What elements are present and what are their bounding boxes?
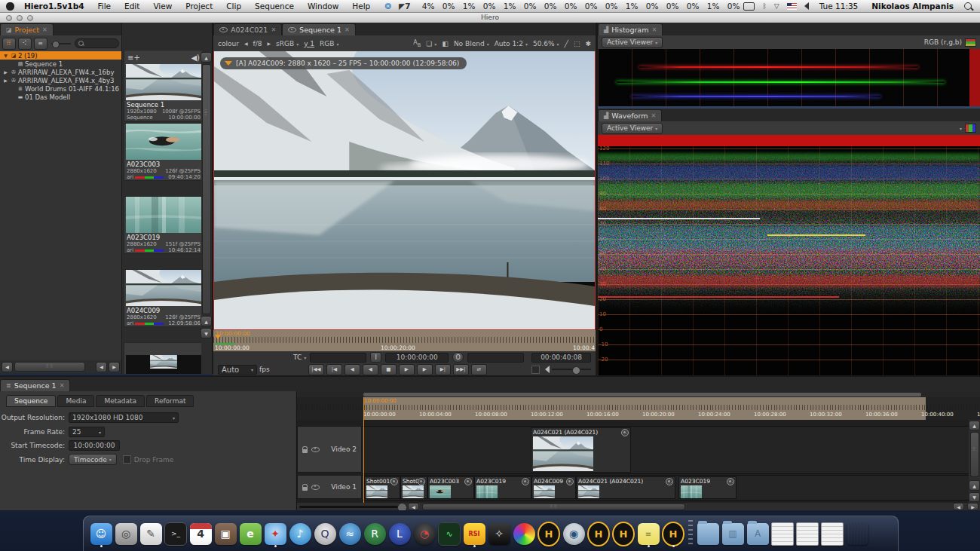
menu-edit[interactable]: Edit bbox=[118, 2, 146, 11]
photo-booth-icon[interactable]: ▣ bbox=[215, 523, 237, 545]
tab-metadata[interactable]: Metadata bbox=[96, 395, 145, 407]
rgb-parade-icon[interactable] bbox=[965, 124, 976, 133]
wifi-menu-icon[interactable]: ▽ bbox=[774, 2, 779, 10]
menu-help[interactable]: Help bbox=[345, 2, 377, 11]
menu-view[interactable]: View bbox=[146, 2, 179, 11]
tree-item[interactable]: ▼◪2 (19) bbox=[0, 51, 121, 60]
histogram-source-select[interactable]: Active Viewer▾ bbox=[602, 37, 663, 48]
scroll-down-icon[interactable]: ▼ bbox=[969, 492, 980, 502]
timeline-clip[interactable]: A024C009 bbox=[531, 476, 576, 499]
dock-item-terminal[interactable]: >_ bbox=[164, 521, 187, 546]
dock-item-rsi-guard[interactable]: RSI bbox=[463, 521, 485, 546]
dock-item-photo-booth[interactable]: ▣ bbox=[214, 521, 237, 546]
dock-item-hiero[interactable]: H bbox=[537, 521, 560, 546]
ab-compare-icon[interactable]: AB bbox=[413, 39, 421, 48]
previous-edit-button[interactable]: |◀ bbox=[326, 364, 342, 375]
dock-item-textedit[interactable]: ✎ bbox=[139, 521, 162, 546]
app-green-r-icon[interactable]: R bbox=[364, 523, 386, 545]
dock-item-app-green-r[interactable]: R bbox=[363, 521, 386, 546]
output-resolution-select[interactable]: 1920x1080 HD 1080▾ bbox=[69, 412, 179, 423]
tab-histogram[interactable]: ▟ Histogram✕ bbox=[598, 23, 663, 35]
dock-item-lens-app[interactable]: ◉ bbox=[562, 521, 585, 546]
dock-item-minimized-window-3[interactable] bbox=[821, 521, 844, 546]
tab-media[interactable]: Media bbox=[57, 395, 94, 407]
timeline-ruler[interactable]: 10:00:00:0010:00:04:0010:00:08:0010:00:1… bbox=[297, 397, 980, 420]
play-button[interactable]: ▶ bbox=[399, 364, 415, 375]
dock-item-disk-utility[interactable]: ◎ bbox=[115, 521, 137, 546]
close-icon[interactable]: ✕ bbox=[651, 26, 657, 33]
go-to-end-button[interactable]: ▶▶| bbox=[453, 364, 469, 375]
openoffice-icon[interactable]: ≈ bbox=[339, 523, 361, 545]
dock-item-app-blue-l[interactable]: L bbox=[388, 521, 411, 546]
tab-sequence-1[interactable]: Sequence 1✕ bbox=[282, 23, 356, 35]
thumbnail-size-slider[interactable] bbox=[51, 43, 71, 44]
close-icon[interactable]: ✕ bbox=[60, 382, 65, 389]
menu-project[interactable]: Project bbox=[179, 2, 219, 11]
menu-sequence[interactable]: Sequence bbox=[248, 2, 301, 11]
rsi-guard-icon[interactable]: RSI bbox=[464, 523, 485, 545]
timeline-clip[interactable]: A024C021 (A024C021) bbox=[531, 427, 631, 473]
tab-reformat[interactable]: Reformat bbox=[146, 395, 194, 407]
blend-mode-select[interactable]: No Blend▾ bbox=[454, 40, 489, 47]
trash-icon[interactable] bbox=[847, 523, 868, 545]
settings-gear-icon[interactable]: ✱ bbox=[585, 40, 591, 47]
dock-item-evernote[interactable]: e bbox=[239, 521, 262, 546]
timeline-playhead[interactable] bbox=[363, 397, 364, 503]
evernote-icon[interactable]: e bbox=[240, 523, 262, 545]
close-icon[interactable]: ✕ bbox=[345, 26, 350, 33]
dock-item-itunes[interactable]: ♪ bbox=[289, 521, 311, 546]
project-horizontal-scrollbar[interactable]: ◀ ⠿⠿ ◀ ▶ bbox=[0, 360, 121, 373]
bin-item[interactable]: ≡+◀)Sequence 11920x10801008f @25FPSSeque… bbox=[124, 50, 204, 121]
scroll-up-icon[interactable]: ▲ bbox=[201, 316, 212, 326]
tree-item[interactable]: ▤Sequence 1 bbox=[0, 60, 121, 68]
dock-item-minimized-window-1[interactable] bbox=[771, 521, 794, 546]
displays-menu-icon[interactable] bbox=[743, 2, 755, 11]
tree-item[interactable]: ≣World Drums 01-AIFF 44.1:16 bbox=[0, 84, 121, 93]
fps-select[interactable]: Auto▾ bbox=[218, 365, 257, 375]
gamma-value[interactable]: y 1 bbox=[304, 40, 314, 47]
close-icon[interactable]: ✕ bbox=[42, 26, 47, 33]
track-video2[interactable]: A024C021 (A024C021) bbox=[362, 426, 969, 474]
in-point-field[interactable] bbox=[310, 353, 366, 363]
hiero-icon[interactable]: H bbox=[537, 522, 560, 546]
scroll-left-icon[interactable]: ◀ bbox=[953, 503, 964, 510]
poster-frame-icon[interactable]: ≡+ bbox=[127, 54, 140, 62]
waveform-mode-select[interactable]: ▾ bbox=[960, 126, 962, 131]
dock-item-folder-applications[interactable]: A bbox=[746, 521, 769, 546]
scroll-up-icon[interactable]: ▲ bbox=[201, 52, 212, 63]
dock-item-stickies[interactable]: ≡ bbox=[637, 521, 660, 546]
sample-eyedropper-icon[interactable]: ╱ bbox=[565, 40, 568, 47]
user-menu[interactable]: Nikolaos Almpanis bbox=[865, 2, 960, 11]
app-menu[interactable]: Hiero1.5v1b4 bbox=[17, 2, 90, 11]
dock-item-dashboard[interactable]: ◔ bbox=[413, 521, 436, 546]
scroll-left-icon[interactable]: ◀ bbox=[96, 362, 107, 372]
dock-item-minimized-window-2[interactable] bbox=[796, 521, 819, 546]
rgb-mode-icon[interactable] bbox=[965, 38, 976, 47]
dock-item-hiero-player[interactable]: H bbox=[612, 521, 635, 546]
scrollbar-thumb[interactable]: ⠿⠿ bbox=[14, 362, 85, 372]
tree-item[interactable]: ▶✇ARRIRAW_ALEXA_FW4.x_16by bbox=[0, 68, 121, 76]
timeline-clip[interactable]: Shot0010 bbox=[364, 476, 400, 499]
dock-item-trash[interactable] bbox=[846, 521, 868, 546]
go-to-start-button[interactable]: |◀◀ bbox=[308, 364, 324, 375]
track-video1[interactable]: Shot0010Shot00A023C003A023C019A024C009A0… bbox=[362, 475, 969, 500]
bin-item[interactable] bbox=[124, 342, 204, 374]
app-blue-l-icon[interactable]: L bbox=[389, 523, 411, 545]
window-titlebar[interactable]: Hiero bbox=[0, 13, 980, 23]
loop-mode-button[interactable]: ⇄ bbox=[471, 364, 487, 375]
lens-app-icon[interactable]: ◉ bbox=[563, 523, 585, 545]
frame-rate-select[interactable]: 25▾ bbox=[69, 427, 105, 437]
time-display-select[interactable]: Timecode▾ bbox=[69, 454, 117, 465]
cpu-meter-icon[interactable]: ◤7 bbox=[399, 2, 410, 11]
folder-documents-icon[interactable] bbox=[697, 523, 719, 545]
timeline-vertical-scrollbar[interactable]: ▲ ⠿ ▲ ▼ bbox=[969, 420, 980, 503]
calendar-icon[interactable]: 4 bbox=[190, 523, 212, 545]
project-search-input[interactable] bbox=[75, 38, 119, 48]
input-language-flag-icon[interactable] bbox=[787, 3, 797, 10]
viewer-scopes-splitter[interactable] bbox=[596, 23, 598, 375]
scrollbar-thumb[interactable]: ⠿⠿ bbox=[202, 64, 211, 314]
lock-icon[interactable] bbox=[302, 487, 308, 491]
scrubber-playhead[interactable] bbox=[215, 335, 221, 342]
proxy-select[interactable]: Auto 1:2▾ bbox=[495, 40, 528, 47]
exposure-value[interactable]: f/8 bbox=[253, 40, 262, 47]
